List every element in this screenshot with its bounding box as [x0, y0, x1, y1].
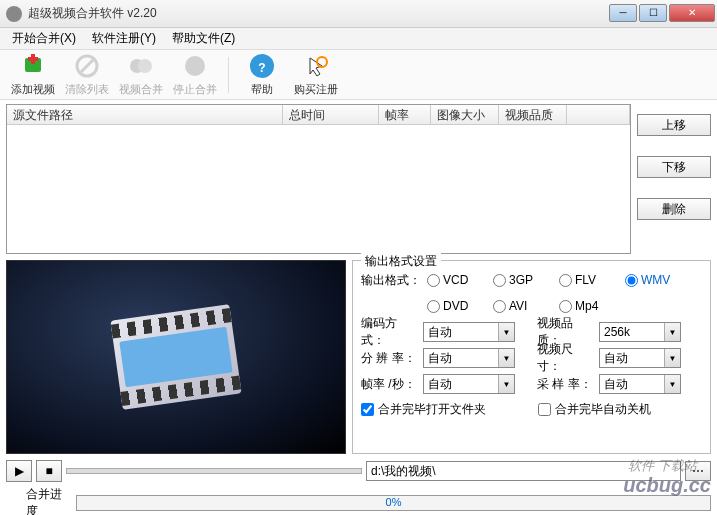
help-icon: ? [248, 52, 276, 80]
radio-mp4[interactable]: Mp4 [559, 299, 615, 313]
col-spare [567, 105, 630, 124]
radio-vcd[interactable]: VCD [427, 273, 483, 287]
vquality-combo[interactable]: 256k▼ [599, 322, 681, 342]
group-title: 输出格式设置 [361, 253, 441, 270]
maximize-button[interactable]: ☐ [639, 4, 667, 22]
chevron-down-icon: ▼ [664, 349, 680, 367]
window-title: 超级视频合并软件 v2.20 [28, 5, 607, 22]
col-path[interactable]: 源文件路径 [7, 105, 283, 124]
col-duration[interactable]: 总时间 [283, 105, 379, 124]
play-button[interactable]: ▶ [6, 460, 32, 482]
svg-point-7 [185, 56, 205, 76]
format-label: 输出格式： [361, 272, 421, 289]
chevron-down-icon: ▼ [664, 375, 680, 393]
col-size[interactable]: 图像大小 [431, 105, 499, 124]
toolbar-separator [228, 57, 229, 93]
seek-slider[interactable] [66, 468, 362, 474]
clear-list-button[interactable]: 清除列表 [62, 52, 112, 97]
radio-dvd[interactable]: DVD [427, 299, 483, 313]
sample-combo[interactable]: 自动▼ [599, 374, 681, 394]
svg-text:?: ? [258, 61, 265, 75]
clear-icon [73, 52, 101, 80]
browse-button[interactable]: ⋯ [685, 461, 711, 481]
col-quality[interactable]: 视频品质 [499, 105, 567, 124]
stop-icon [181, 52, 209, 80]
fps-combo[interactable]: 自动▼ [423, 374, 515, 394]
chevron-down-icon: ▼ [498, 349, 514, 367]
svg-line-4 [81, 60, 93, 72]
chevron-down-icon: ▼ [664, 323, 680, 341]
menu-start-merge[interactable]: 开始合并(X) [4, 28, 84, 49]
svg-rect-2 [28, 57, 38, 61]
progress-bar: 0% [76, 495, 711, 511]
resolution-combo[interactable]: 自动▼ [423, 348, 515, 368]
progress-label: 合并进度 [6, 486, 70, 515]
buy-register-button[interactable]: 购买注册 [291, 52, 341, 97]
add-video-button[interactable]: 添加视频 [8, 52, 58, 97]
move-up-button[interactable]: 上移 [637, 114, 711, 136]
radio-flv[interactable]: FLV [559, 273, 615, 287]
output-path-field[interactable]: d:\我的视频\ [366, 461, 681, 481]
radio-wmv[interactable]: WMV [625, 273, 681, 287]
output-settings-group: 输出格式设置 输出格式： VCD 3GP FLV WMV DVD AVI Mp4… [352, 260, 711, 454]
file-list[interactable]: 源文件路径 总时间 帧率 图像大小 视频品质 [6, 104, 631, 254]
open-folder-checkbox[interactable]: 合并完毕打开文件夹 [361, 401, 486, 418]
video-preview [6, 260, 346, 454]
shutdown-checkbox[interactable]: 合并完毕自动关机 [538, 401, 651, 418]
app-icon [6, 6, 22, 22]
radio-3gp[interactable]: 3GP [493, 273, 549, 287]
svg-point-6 [138, 59, 152, 73]
chevron-down-icon: ▼ [498, 323, 514, 341]
close-button[interactable]: ✕ [669, 4, 715, 22]
menu-register[interactable]: 软件注册(Y) [84, 28, 164, 49]
col-fps[interactable]: 帧率 [379, 105, 431, 124]
menu-help[interactable]: 帮助文件(Z) [164, 28, 243, 49]
chevron-down-icon: ▼ [498, 375, 514, 393]
radio-avi[interactable]: AVI [493, 299, 549, 313]
merge-video-button[interactable]: 视频合并 [116, 52, 166, 97]
delete-button[interactable]: 删除 [637, 198, 711, 220]
film-strip-icon [110, 304, 241, 410]
plus-video-icon [19, 52, 47, 80]
help-button[interactable]: ? 帮助 [237, 52, 287, 97]
stop-button[interactable]: ■ [36, 460, 62, 482]
vsize-combo[interactable]: 自动▼ [599, 348, 681, 368]
cursor-star-icon [302, 52, 330, 80]
encode-combo[interactable]: 自动▼ [423, 322, 515, 342]
move-down-button[interactable]: 下移 [637, 156, 711, 178]
progress-percent: 0% [386, 496, 402, 508]
merge-icon [127, 52, 155, 80]
minimize-button[interactable]: ─ [609, 4, 637, 22]
stop-merge-button[interactable]: 停止合并 [170, 52, 220, 97]
